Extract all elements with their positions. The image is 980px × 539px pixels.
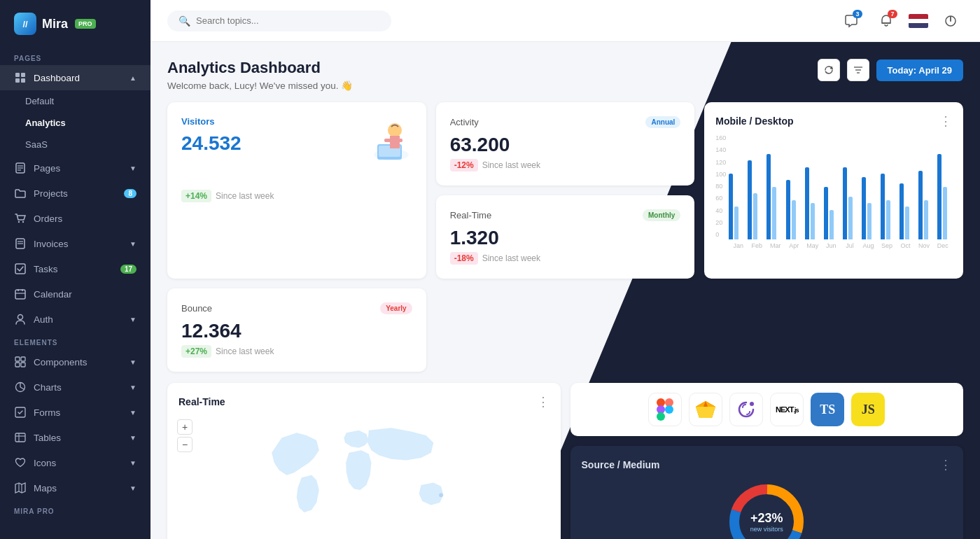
svg-point-49 bbox=[750, 402, 754, 406]
page-header-left: Analytics Dashboard Welcome back, Lucy! … bbox=[167, 59, 353, 91]
svg-rect-14 bbox=[15, 290, 25, 299]
y-axis: 0 20 40 60 80 100 120 140 160 bbox=[715, 134, 726, 239]
sidebar-item-auth[interactable]: Auth ▼ bbox=[0, 307, 150, 332]
cart-icon bbox=[14, 212, 27, 225]
refresh-btn[interactable] bbox=[818, 59, 840, 81]
sidebar-item-label-invoices: Invoices bbox=[34, 239, 69, 249]
sidebar-item-label-charts: Charts bbox=[34, 382, 62, 393]
chevron-down-icon-icons: ▼ bbox=[130, 459, 136, 467]
donut-section: +23% new visitors bbox=[582, 479, 953, 539]
svg-rect-42 bbox=[397, 139, 402, 142]
sidebar-item-analytics[interactable]: Analytics bbox=[0, 112, 150, 134]
search-input[interactable] bbox=[196, 15, 380, 26]
realtime-card: Real-Time Monthly 1.320 -18% Since last … bbox=[436, 195, 695, 279]
bar-group-jun bbox=[824, 187, 839, 239]
filter-btn[interactable] bbox=[847, 59, 869, 81]
bounce-change-row: +27% Since last week bbox=[181, 345, 412, 358]
svg-rect-22 bbox=[21, 363, 25, 367]
source-medium-more[interactable]: ⋮ bbox=[939, 457, 952, 472]
filter-icon bbox=[853, 66, 863, 74]
sidebar-item-calendar[interactable]: Calendar bbox=[0, 281, 150, 307]
map-more-btn[interactable]: ⋮ bbox=[537, 394, 550, 410]
sidebar-item-label-saas: SaaS bbox=[25, 139, 48, 150]
notifications-btn[interactable]: 3 bbox=[839, 8, 864, 34]
sketch-logo bbox=[689, 393, 722, 426]
sidebar-section-elements: ELEMENTS Components ▼ Charts ▼ Forms ▼ bbox=[0, 332, 150, 500]
chevron-down-icon-invoices: ▼ bbox=[130, 240, 136, 248]
sidebar-item-dashboard[interactable]: Dashboard ▲ bbox=[0, 65, 150, 90]
bar-group-dec bbox=[937, 154, 952, 239]
activity-badge: Annual bbox=[645, 116, 680, 128]
svg-point-8 bbox=[18, 221, 20, 223]
svg-rect-2 bbox=[15, 78, 20, 83]
svg-rect-24 bbox=[15, 407, 25, 417]
sidebar-item-charts[interactable]: Charts ▼ bbox=[0, 374, 150, 400]
page-header: Analytics Dashboard Welcome back, Lucy! … bbox=[167, 59, 963, 91]
chevron-down-icon-pages: ▼ bbox=[130, 164, 136, 172]
source-medium-card: Source / Medium ⋮ bbox=[570, 446, 964, 539]
sidebar-item-maps[interactable]: Maps ▼ bbox=[0, 475, 150, 500]
zoom-out-btn[interactable]: − bbox=[177, 437, 192, 452]
map-icon bbox=[14, 482, 27, 494]
bar-group-nov bbox=[918, 171, 933, 239]
visitors-card: Visitors 24.532 +14% Since last week bbox=[167, 102, 426, 279]
sidebar-item-components[interactable]: Components ▼ bbox=[0, 349, 150, 374]
sidebar-item-icons[interactable]: Icons ▼ bbox=[0, 450, 150, 475]
sidebar-item-label-forms: Forms bbox=[34, 407, 60, 418]
logo-icon: // bbox=[14, 13, 36, 35]
sidebar-item-label-tables: Tables bbox=[34, 433, 61, 443]
mobile-desktop-title: Mobile / Desktop bbox=[715, 115, 793, 127]
bar-group-sep bbox=[881, 174, 895, 239]
map-controls: + − bbox=[177, 419, 192, 452]
bar-group-jul bbox=[843, 167, 858, 239]
svg-rect-47 bbox=[657, 412, 665, 421]
bar-group-oct bbox=[899, 183, 914, 239]
forms-icon bbox=[14, 406, 27, 419]
svg-point-9 bbox=[22, 221, 24, 223]
power-btn[interactable] bbox=[938, 8, 963, 34]
realtime-label: Real-Time bbox=[450, 210, 491, 220]
chevron-down-icon-maps: ▼ bbox=[130, 484, 136, 492]
flag-btn[interactable] bbox=[909, 14, 928, 28]
bounce-since: Since last week bbox=[216, 346, 274, 356]
donut-pct: +23% bbox=[750, 511, 783, 526]
power-icon bbox=[944, 15, 957, 27]
sidebar-item-label-orders: Orders bbox=[34, 214, 62, 224]
activity-change: -12% bbox=[450, 159, 478, 172]
realtime-change: -18% bbox=[450, 252, 478, 265]
sidebar-item-pages[interactable]: Pages ▼ bbox=[0, 155, 150, 181]
sidebar-item-projects[interactable]: Projects 8 bbox=[0, 181, 150, 206]
sidebar-section-pages: PAGES Dashboard ▲ Default Analytics SaaS… bbox=[0, 48, 150, 332]
check-icon bbox=[14, 262, 27, 275]
tech-logos-card: NEXT.js TS JS bbox=[570, 383, 964, 436]
visitors-illustration bbox=[356, 109, 419, 165]
bell-btn[interactable]: 7 bbox=[874, 8, 899, 34]
sidebar-item-tables[interactable]: Tables ▼ bbox=[0, 425, 150, 450]
date-btn[interactable]: Today: April 29 bbox=[876, 59, 963, 81]
sidebar-item-saas[interactable]: SaaS bbox=[0, 134, 150, 155]
svg-rect-20 bbox=[21, 357, 25, 361]
sidebar-logo[interactable]: // Mira PRO bbox=[0, 0, 150, 48]
sidebar-item-orders[interactable]: Orders bbox=[0, 206, 150, 231]
search-box[interactable]: 🔍 bbox=[167, 10, 391, 31]
sidebar-item-label-maps: Maps bbox=[34, 483, 57, 493]
sidebar-item-default[interactable]: Default bbox=[0, 90, 150, 112]
nextjs-logo: NEXT.js bbox=[770, 393, 804, 426]
bounce-badge: Yearly bbox=[380, 302, 412, 314]
tables-icon bbox=[14, 431, 27, 444]
sidebar-item-tasks[interactable]: Tasks 17 bbox=[0, 256, 150, 281]
sidebar-item-invoices[interactable]: Invoices ▼ bbox=[0, 231, 150, 256]
projects-badge: 8 bbox=[124, 189, 136, 198]
grid-icon bbox=[14, 71, 27, 84]
mobile-desktop-more[interactable]: ⋮ bbox=[939, 113, 952, 129]
chevron-down-icon-charts: ▼ bbox=[130, 384, 136, 391]
mobile-desktop-card: Mobile / Desktop ⋮ 0 20 40 60 80 100 120 bbox=[704, 102, 963, 279]
world-map-svg bbox=[178, 418, 550, 530]
svg-rect-40 bbox=[390, 136, 400, 148]
sidebar-item-forms[interactable]: Forms ▼ bbox=[0, 400, 150, 425]
svg-point-48 bbox=[665, 405, 673, 414]
x-axis-labels: Jan Feb Mar Apr May Jun Jul Aug Sep Oct bbox=[729, 242, 952, 249]
realtime-map-title: Real-Time bbox=[178, 396, 225, 407]
visitors-change-row: +14% Since last week bbox=[181, 190, 412, 202]
zoom-in-btn[interactable]: + bbox=[177, 419, 192, 435]
